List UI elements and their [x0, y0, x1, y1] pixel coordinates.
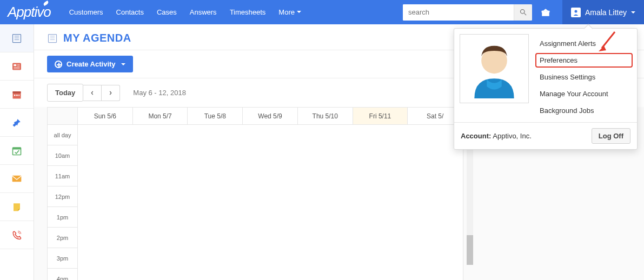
search-button[interactable] [514, 4, 532, 21]
calendar-scroll[interactable]: 10am11am12pm1pm2pm3pm4pm [48, 145, 463, 280]
calendar-hour-row: 10am [48, 145, 463, 166]
svg-point-4 [574, 10, 577, 12]
search-input[interactable] [403, 4, 514, 21]
news-icon [11, 62, 22, 71]
apps-button[interactable] [536, 4, 555, 21]
col-head: Sun 5/6 [78, 108, 133, 125]
user-menu-item[interactable]: Background Jobs [536, 104, 632, 117]
agenda-icon [47, 33, 58, 44]
user-menu-item[interactable]: Manage Your Account [536, 88, 632, 100]
rail-note[interactable] [0, 193, 34, 221]
svg-rect-19 [18, 95, 19, 96]
brand-logo: Apptivo [8, 4, 55, 21]
col-head: Thu 5/10 [298, 108, 353, 125]
create-activity-label: Create Activity [67, 60, 116, 68]
nav-cases[interactable]: Cases [151, 5, 182, 19]
rail-agenda[interactable] [0, 24, 34, 52]
svg-point-0 [520, 10, 525, 14]
account-line: Account: Apptivo, Inc. [461, 132, 532, 140]
nav-more-label: More [278, 8, 295, 16]
brand-name: Apptivo [8, 4, 51, 20]
mail-icon [11, 175, 22, 183]
agenda-icon [11, 33, 22, 44]
logoff-button[interactable]: Log Off [592, 128, 630, 144]
nav-contacts[interactable]: Contacts [111, 5, 149, 19]
user-menu-item[interactable]: Preferences [536, 54, 632, 66]
user-menu-list: Assignment AlertsPreferencesBusiness Set… [536, 34, 632, 117]
calendar-header-row: Sun 5/6 Mon 5/7 Tue 5/8 Wed 5/9 Thu 5/10… [48, 108, 463, 125]
svg-rect-17 [14, 95, 16, 96]
calendar-hour-row: 11am [48, 166, 463, 186]
nav-answers[interactable]: Answers [184, 5, 222, 19]
chevron-down-icon [631, 11, 635, 16]
chevron-left-icon [91, 90, 94, 96]
user-menu-item[interactable]: Business Settings [536, 71, 632, 83]
hour-label: 2pm [48, 228, 78, 248]
nav-customers[interactable]: Customers [64, 5, 109, 19]
svg-rect-22 [12, 176, 22, 182]
left-rail [0, 24, 34, 280]
account-value: Apptivo, Inc. [493, 132, 532, 140]
top-nav: Apptivo Customers Contacts Cases Answers… [0, 0, 644, 24]
hour-label: 10am [48, 145, 78, 166]
hour-label: 12pm [48, 186, 78, 207]
rail-calendar-check[interactable] [0, 137, 34, 165]
svg-line-1 [524, 13, 526, 15]
chevron-down-icon [297, 11, 301, 15]
svg-rect-16 [13, 91, 21, 93]
hour-label: 4pm [48, 269, 78, 280]
col-head: Tue 5/8 [188, 108, 243, 125]
search-box [403, 4, 532, 21]
allday-label: all day [48, 125, 78, 145]
search-icon [519, 8, 527, 16]
avatar-icon [464, 39, 524, 98]
nav-timesheets[interactable]: Timesheets [224, 5, 271, 19]
rail-calendar[interactable] [0, 81, 34, 109]
svg-rect-5 [13, 34, 21, 42]
calendar-hour-row: 12pm [48, 186, 463, 207]
rail-mail[interactable] [0, 165, 34, 193]
hour-label: 1pm [48, 207, 78, 228]
calendar-check-icon [11, 145, 22, 156]
chevron-right-icon [109, 90, 112, 96]
col-head: Mon 5/7 [133, 108, 188, 125]
user-avatar-small-icon [571, 8, 581, 17]
calendar-hour-row: 3pm [48, 248, 463, 269]
svg-rect-21 [13, 148, 21, 149]
allday-row: all day [48, 125, 463, 145]
phone-icon [12, 230, 22, 240]
rail-phone[interactable] [0, 221, 34, 249]
user-menu-item[interactable]: Assignment Alerts [536, 37, 632, 50]
user-menu-button[interactable]: Amala Littey [562, 0, 644, 24]
chevron-down-icon [121, 63, 125, 68]
today-button[interactable]: Today [47, 84, 83, 102]
svg-rect-18 [16, 95, 18, 96]
date-range-label: May 6 - 12, 2018 [133, 89, 186, 97]
store-icon [541, 8, 550, 17]
pin-icon [12, 118, 22, 128]
date-nav-controls: Today [47, 84, 120, 102]
calendar-hour-row: 1pm [48, 207, 463, 228]
user-avatar-large [460, 34, 529, 103]
page-title: MY AGENDA [63, 32, 131, 44]
calendar-hour-row: 4pm [48, 269, 463, 280]
plus-circle-icon [55, 61, 62, 68]
next-button[interactable] [102, 85, 120, 101]
prev-button[interactable] [83, 85, 102, 101]
note-icon [12, 202, 22, 212]
col-head: Wed 5/9 [243, 108, 298, 125]
calendar-grid: Sun 5/6 Mon 5/7 Tue 5/8 Wed 5/9 Thu 5/10… [47, 107, 463, 280]
col-head-today: Fri 5/11 [353, 108, 408, 125]
account-label: Account: [461, 132, 491, 140]
calendar-month-icon [11, 89, 22, 100]
hour-label: 11am [48, 166, 78, 186]
primary-nav: Customers Contacts Cases Answers Timeshe… [64, 5, 307, 19]
svg-rect-9 [12, 63, 21, 70]
create-activity-button[interactable]: Create Activity [47, 56, 133, 72]
user-dropdown-panel: Assignment AlertsPreferencesBusiness Set… [454, 28, 638, 150]
rail-news[interactable] [0, 52, 34, 81]
nav-more[interactable]: More [273, 5, 307, 19]
calendar-hour-row: 2pm [48, 228, 463, 248]
scrollbar-thumb[interactable] [467, 235, 473, 265]
rail-pin[interactable] [0, 109, 34, 137]
